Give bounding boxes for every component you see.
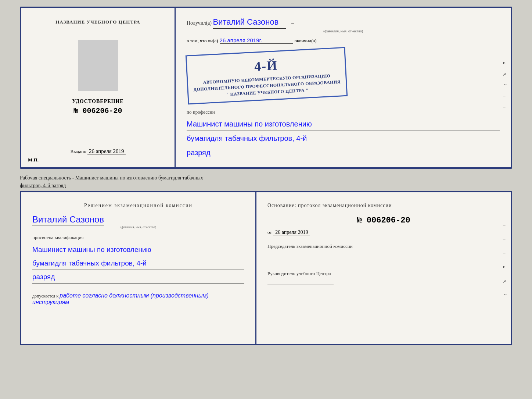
dash-b4: и <box>503 264 508 270</box>
vydano-prefix: Выдано <box>70 149 86 154</box>
specialty-text: Рабочая специальность - Машинист машины … <box>20 175 203 181</box>
ot-line: от 26 апреля 2019 <box>267 229 500 235</box>
dash-b2: – <box>503 236 508 242</box>
udost-title: УДОСТОВЕРЕНИЕ <box>72 99 123 104</box>
top-document: НАЗВАНИЕ УЧЕБНОГО ЦЕНТРА УДОСТОВЕРЕНИЕ №… <box>20 7 512 169</box>
recipient-line: Получил(а) Виталий Сазонов – (фамилия, и… <box>187 15 500 34</box>
vtom-line: в том, что он(а) 26 апреля 2019г. окончи… <box>187 37 500 44</box>
qual-line1: Машинист машины по изготовлению <box>32 243 244 256</box>
specialty-label: Рабочая специальность - Машинист машины … <box>20 172 512 191</box>
bottom-document: Решением экзаменационной комиссии Витали… <box>20 191 512 345</box>
po-professii-label: по профессии <box>187 109 500 115</box>
predsedatel-label: Председатель экзаменационной комиссии <box>267 243 500 250</box>
dash-2: – <box>503 38 508 43</box>
dash-3: – <box>503 49 508 54</box>
right-dashes-top: – – – и ,а ← – – <box>503 26 508 110</box>
dash-b8: – <box>503 320 508 325</box>
dopuskaetsya-line: допускается к работе согласно должностны… <box>32 292 244 306</box>
vtom-prefix: в том, что он(а) <box>187 38 218 44</box>
name-block: Виталий Сазонов (фамилия, имя, отчество) <box>32 214 244 229</box>
specialty-text2: фильтров, 4-й разряд <box>20 183 66 188</box>
dash-b3: – <box>503 250 508 256</box>
mp-label: М.П. <box>28 157 39 163</box>
dash-b1: – <box>503 222 508 228</box>
qual-line2: бумагидля табачных фильтров, 4-й <box>32 257 244 270</box>
dash-b10: – <box>503 348 508 353</box>
dash-1: – <box>503 26 508 32</box>
photo-placeholder <box>78 40 118 91</box>
ot-prefix: от <box>267 229 272 235</box>
dash-b6: ← <box>503 292 508 298</box>
top-doc-right: Получил(а) Виталий Сазонов – (фамилия, и… <box>176 8 511 167</box>
vydano-date: 26 апреля 2019 <box>87 148 126 154</box>
bottom-name: Виталий Сазонов <box>32 214 104 225</box>
dash-b9: – <box>503 334 508 339</box>
okончил-suffix: окончил(а) <box>295 38 317 44</box>
udost-number: № 006206-20 <box>73 107 122 115</box>
top-doc-center-label: НАЗВАНИЕ УЧЕБНОГО ЦЕНТРА <box>55 19 140 25</box>
dopusk-prefix: допускается к <box>32 293 58 299</box>
profession-line1: Машинист машины по изготовлению <box>187 117 500 131</box>
rukovoditel-label: Руководитель учебного Центра <box>267 270 500 277</box>
recipient-sub: (фамилия, имя, отчество) <box>187 29 500 34</box>
predsedatel-signature-line <box>267 261 334 261</box>
bottom-doc-right: Основание: протокол экзаменационной коми… <box>256 192 511 344</box>
dopusk-text: работе согласно должностным (производств… <box>32 292 209 305</box>
stamp-container: 4-й АВТОНОМНУЮ НЕКОММЕРЧЕСКУЮ ОРГАНИЗАЦИ… <box>187 48 500 106</box>
received-prefix: Получил(а) <box>187 20 212 26</box>
bottom-name-sub: (фамилия, имя, отчество) <box>32 225 244 229</box>
dash-b7: – <box>503 306 508 311</box>
stamp-block: 4-й АВТОНОМНУЮ НЕКОММЕРЧЕСКУЮ ОРГАНИЗАЦИ… <box>186 47 348 104</box>
prisvoena-label: присвоена квалификация <box>32 235 244 241</box>
profession-line2: бумагидля табачных фильтров, 4-й <box>187 132 500 145</box>
dash-4: и <box>503 60 508 65</box>
right-dashes-bottom: – – – и ,а ← – – – – <box>503 222 508 353</box>
rukovoditel-signature-line <box>267 285 334 285</box>
bottom-doc-left: Решением экзаменационной комиссии Витали… <box>21 192 256 344</box>
dash-6: ← <box>503 82 508 88</box>
vtom-date: 26 апреля 2019г. <box>220 37 293 44</box>
protocol-number: № 006206-20 <box>267 216 500 225</box>
dash-7: – <box>503 93 508 99</box>
ot-date: 26 апреля 2019 <box>273 229 310 235</box>
osnov-title: Основание: протокол экзаменационной коми… <box>267 203 500 209</box>
top-doc-left: НАЗВАНИЕ УЧЕБНОГО ЦЕНТРА УДОСТОВЕРЕНИЕ №… <box>21 8 176 167</box>
profession-line3: разряд <box>187 146 500 159</box>
qual-line3: разряд <box>32 271 244 284</box>
recipient-name: Виталий Сазонов <box>213 15 286 29</box>
dash-8: – <box>503 104 508 110</box>
reshen-title: Решением экзаменационной комиссии <box>32 203 244 209</box>
dash-b5: ,а <box>503 278 508 284</box>
dash-5: ,а <box>503 71 508 76</box>
vydano-line: Выдано 26 апреля 2019 <box>70 148 125 154</box>
